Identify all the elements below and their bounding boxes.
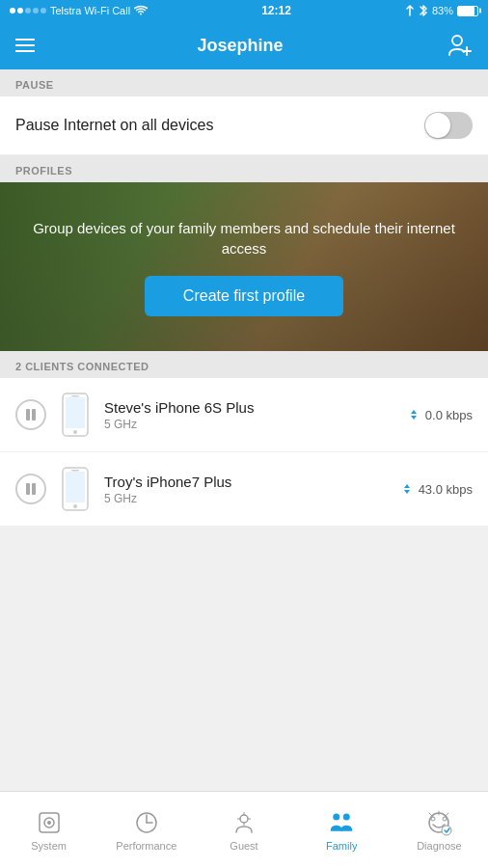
phone-icon-2 xyxy=(62,467,89,511)
svg-point-25 xyxy=(343,813,350,820)
pause-section-label: PAUSE xyxy=(0,69,488,96)
svg-point-13 xyxy=(73,504,77,508)
client-info-1: Steve's iPhone 6S Plus 5 GHz xyxy=(104,399,394,431)
empty-area xyxy=(0,527,488,662)
speed-arrows-1 xyxy=(406,408,421,421)
app-header: Josephine xyxy=(0,21,488,69)
tab-system-label: System xyxy=(31,840,67,852)
diagnose-icon xyxy=(425,809,452,836)
pause-icon-1 xyxy=(25,408,37,421)
menu-line3 xyxy=(15,50,35,52)
battery-fill xyxy=(458,7,474,15)
guest-tab-icon xyxy=(230,809,258,836)
speed-arrow-icon-2 xyxy=(399,482,415,496)
svg-point-17 xyxy=(47,821,51,825)
client-row-1: Steve's iPhone 6S Plus 5 GHz 0.0 kbps xyxy=(0,378,488,452)
client-info-2: Troy's iPhone7 Plus 5 GHz xyxy=(104,474,388,505)
svg-rect-3 xyxy=(26,409,30,420)
svg-rect-10 xyxy=(32,483,36,495)
svg-rect-9 xyxy=(26,483,30,495)
clients-section-label: 2 CLIENTS CONNECTED xyxy=(0,351,488,378)
carrier-label: Telstra Wi-Fi Call xyxy=(50,5,130,16)
menu-button[interactable] xyxy=(15,39,35,52)
toggle-thumb xyxy=(425,113,450,138)
client-speed-value-1: 0.0 kbps xyxy=(425,408,473,422)
dot5 xyxy=(41,8,46,14)
guest-icon xyxy=(230,809,258,836)
pause-row: Pause Internet on all devices xyxy=(0,96,488,155)
client-speed-2: 43.0 kbps xyxy=(399,482,473,497)
client-freq-1: 5 GHz xyxy=(104,418,394,431)
tab-guest[interactable]: Guest xyxy=(195,801,292,859)
wifi-icon xyxy=(134,5,148,16)
menu-line1 xyxy=(15,39,35,41)
family-tab-icon xyxy=(328,809,355,836)
banner-content: Group devices of your family members and… xyxy=(0,182,488,351)
tab-diagnose-label: Diagnose xyxy=(417,840,461,852)
battery-icon xyxy=(457,6,478,16)
status-right: 83% xyxy=(405,4,478,17)
add-user-button[interactable] xyxy=(446,32,473,59)
tab-performance[interactable]: Performance xyxy=(97,801,195,859)
dot4 xyxy=(33,8,39,14)
device-thumbnail-1 xyxy=(58,390,93,440)
dot1 xyxy=(10,8,15,14)
svg-point-7 xyxy=(73,430,77,434)
client-name-2: Troy's iPhone7 Plus xyxy=(104,474,388,490)
status-time: 12:12 xyxy=(261,4,291,17)
svg-rect-12 xyxy=(66,472,85,502)
system-tab-icon xyxy=(36,809,63,836)
diagnose-tab-icon xyxy=(425,809,452,836)
client-speed-value-2: 43.0 kbps xyxy=(419,482,473,497)
client-speed-1: 0.0 kbps xyxy=(406,408,473,422)
pause-label: Pause Internet on all devices xyxy=(15,117,213,134)
dot3 xyxy=(25,8,31,14)
speed-arrows-2 xyxy=(399,482,415,496)
profiles-section-label: PROFILES xyxy=(0,155,488,182)
phone-icon-1 xyxy=(62,393,89,437)
client-name-1: Steve's iPhone 6S Plus xyxy=(104,399,394,416)
svg-point-28 xyxy=(443,817,447,821)
client-row-2: Troy's iPhone7 Plus 5 GHz 43.0 kbps xyxy=(0,452,488,527)
svg-point-27 xyxy=(431,817,435,821)
tab-bar: System Performance Guest xyxy=(0,791,488,868)
device-thumbnail-2 xyxy=(58,464,93,514)
svg-rect-4 xyxy=(32,409,36,420)
page-title: Josephine xyxy=(35,36,446,56)
pause-toggle[interactable] xyxy=(424,112,473,139)
banner-text: Group devices of your family members and… xyxy=(15,218,473,258)
svg-point-19 xyxy=(240,815,248,823)
family-icon xyxy=(328,809,355,836)
menu-line2 xyxy=(15,44,35,46)
bluetooth-icon xyxy=(419,4,428,17)
tab-family[interactable]: Family xyxy=(293,801,391,859)
profiles-banner: Group devices of your family members and… xyxy=(0,182,488,351)
svg-rect-8 xyxy=(71,395,79,397)
tab-system[interactable]: System xyxy=(0,801,97,859)
tab-family-label: Family xyxy=(326,840,357,852)
pause-client-2-button[interactable] xyxy=(15,474,46,504)
svg-rect-6 xyxy=(66,397,85,428)
create-first-profile-button[interactable]: Create first profile xyxy=(145,276,343,316)
status-left: Telstra Wi-Fi Call xyxy=(10,5,148,16)
tab-performance-label: Performance xyxy=(116,840,176,852)
svg-point-24 xyxy=(333,813,339,820)
system-icon xyxy=(36,809,63,836)
svg-point-0 xyxy=(452,36,462,45)
signal-dots xyxy=(10,8,46,14)
dot2 xyxy=(17,8,23,14)
pause-client-1-button[interactable] xyxy=(15,399,46,430)
arrow-icon xyxy=(405,5,415,16)
battery-label: 83% xyxy=(432,5,453,16)
svg-rect-14 xyxy=(71,470,79,472)
client-freq-2: 5 GHz xyxy=(104,492,388,505)
status-bar: Telstra Wi-Fi Call 12:12 83% xyxy=(0,0,488,21)
speed-arrow-icon-1 xyxy=(406,408,421,421)
tab-diagnose[interactable]: Diagnose xyxy=(391,801,488,859)
svg-point-29 xyxy=(442,826,451,835)
tab-guest-label: Guest xyxy=(230,840,258,852)
pause-icon-2 xyxy=(25,482,37,496)
performance-tab-icon xyxy=(133,809,160,836)
performance-icon xyxy=(133,809,160,836)
